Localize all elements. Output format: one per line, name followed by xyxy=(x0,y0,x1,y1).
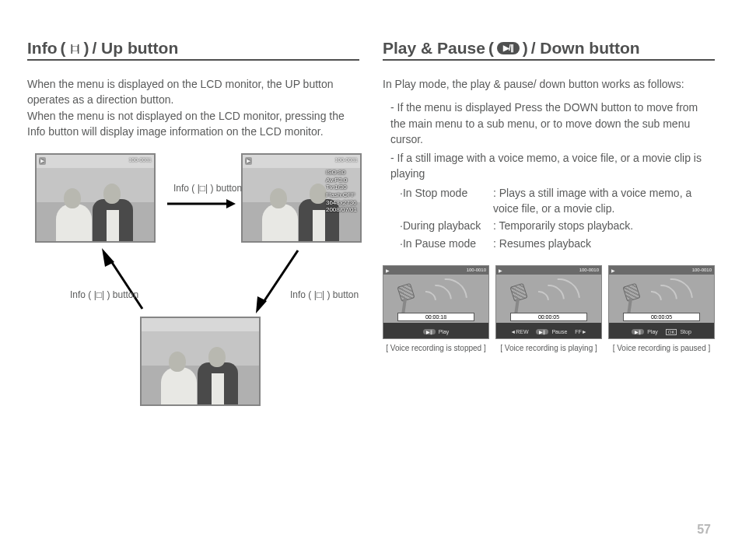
file-number: 100-0010 xyxy=(467,268,486,273)
exif-overlay: ISO:80 Av:F3.0 Tv:1/30 Flash:OFF 3648x27… xyxy=(326,169,357,214)
left-paragraph: When the menu is displayed on the LCD mo… xyxy=(27,76,359,139)
paren-open: ( xyxy=(488,39,494,58)
paren-open: ( xyxy=(60,39,65,58)
exif-flash: Flash:OFF xyxy=(326,191,357,199)
mode-list: ·In Stop mode : Plays a still image with… xyxy=(390,185,715,251)
thumb-caption: [ Voice recording is playing ] xyxy=(495,344,602,352)
diagram-label: Info ( |□| ) button xyxy=(290,289,359,300)
svg-marker-1 xyxy=(226,199,236,208)
exif-iso: ISO:80 xyxy=(326,169,357,177)
page-number: 57 xyxy=(697,523,711,537)
play-pause-pill-icon: ▶∥ xyxy=(536,329,548,334)
file-number: 100-0010 xyxy=(579,268,599,273)
voice-thumb-stopped: ▶100-0010 00:00:18 ▶∥Play [ Voice record… xyxy=(383,265,489,352)
voice-thumb-playing: ▶100-0010 00:00:05 ◄REW ▶∥Pause FF► [ Vo… xyxy=(495,265,602,352)
title-text: Play & Pause xyxy=(383,39,485,58)
diagram-label: Info ( |□| ) button xyxy=(70,289,138,300)
left-section-title: Info ( ) / Up button xyxy=(27,39,359,61)
arrow-c-to-a xyxy=(99,247,153,317)
mode-label: ·In Pause mode xyxy=(400,236,493,251)
right-intro: In Play mode, the play & pause/ down but… xyxy=(383,76,715,92)
play-mode-icon: ▶ xyxy=(611,268,615,273)
right-section-title: Play & Pause ( ▶/∥ ) / Down button xyxy=(383,39,715,61)
file-number: 100-0010 xyxy=(692,268,712,273)
thumb-caption: [ Voice recording is stopped ] xyxy=(383,344,489,352)
time-counter: 00:00:05 xyxy=(623,313,700,321)
play-pause-pill-icon: ▶∥ xyxy=(632,329,644,334)
ctrl-label: Stop xyxy=(680,329,691,334)
info-icon xyxy=(68,43,80,54)
right-column: Play & Pause ( ▶/∥ ) / Down button In Pl… xyxy=(383,39,715,449)
ok-label: OK xyxy=(666,329,677,335)
paren-close: ) xyxy=(83,39,89,58)
play-mode-icon: ▶ xyxy=(386,268,390,273)
left-column: Info ( ) / Up button When the menu is di… xyxy=(27,39,359,449)
voice-thumb-paused: ▶100-0010 00:00:05 ▶∥Play OK Stop [ Voic… xyxy=(608,265,715,352)
mode-desc: : Plays a still image with a voice memo,… xyxy=(493,185,715,217)
title-suffix: / Down button xyxy=(531,39,640,58)
thumb-caption: [ Voice recording is paused ] xyxy=(608,344,715,352)
arrow-b-to-c xyxy=(251,247,306,317)
lcd-preview-detailed: ▶ 100-0031 ISO:80 Av:F3.0 Tv:1/30 Flash:… xyxy=(241,153,362,243)
title-text: Info xyxy=(27,39,57,58)
play-pause-pill-icon: ▶∥ xyxy=(423,329,436,334)
play-mode-icon: ▶ xyxy=(39,157,46,165)
exif-tv: Tv:1/30 xyxy=(326,184,357,191)
diagram-label: Info ( |□| ) button xyxy=(173,183,242,194)
title-suffix: / Up button xyxy=(92,39,178,58)
exif-date: 2008/07/01 xyxy=(326,206,357,214)
mode-desc: : Resumes playback xyxy=(493,236,715,251)
paren-close: ) xyxy=(523,39,528,58)
play-pause-icon: ▶/∥ xyxy=(497,42,520,54)
right-bullets: - If the menu is displayed Press the DOW… xyxy=(383,100,715,251)
ff-icon: FF► xyxy=(575,329,586,334)
mode-desc: : Temporarily stops playback. xyxy=(493,218,715,233)
ctrl-label: Play xyxy=(439,329,450,334)
time-counter: 00:00:18 xyxy=(397,313,474,321)
lcd-preview-clean xyxy=(140,317,261,406)
exif-av: Av:F3.0 xyxy=(326,177,357,184)
bullet-item: - If the menu is displayed Press the DOW… xyxy=(390,100,715,147)
lcd-preview-basic: ▶ 100-0031 xyxy=(35,153,156,243)
rew-icon: ◄REW xyxy=(510,329,528,334)
file-number: 100-0031 xyxy=(128,157,152,165)
voice-recording-thumbnails: ▶100-0010 00:00:18 ▶∥Play [ Voice record… xyxy=(383,265,715,352)
bullet-item: - If a still image with a voice memo, a … xyxy=(390,150,715,182)
info-cycle-diagram: ▶ 100-0031 ▶ 100-0031 I xyxy=(27,153,359,449)
ctrl-label: Pause xyxy=(551,329,567,334)
mode-label: ·During playback xyxy=(400,218,493,233)
ctrl-label: Play xyxy=(647,329,658,334)
exif-size: 3648x2736 xyxy=(326,199,357,207)
arrow-a-to-b xyxy=(166,196,236,212)
svg-line-4 xyxy=(110,259,142,309)
time-counter: 00:00:05 xyxy=(510,313,587,321)
play-mode-icon: ▶ xyxy=(499,268,502,273)
file-number: 100-0031 xyxy=(334,157,358,165)
play-mode-icon: ▶ xyxy=(245,157,252,165)
mode-label: ·In Stop mode xyxy=(400,185,493,217)
